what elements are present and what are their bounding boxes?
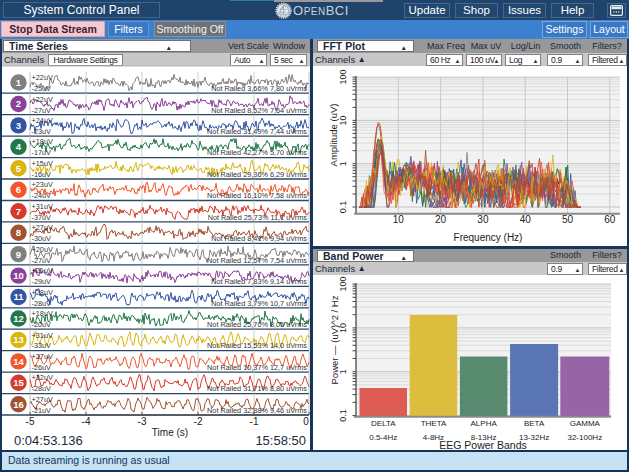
svg-text:40: 40 xyxy=(520,214,532,225)
svg-text:Not Railed 3,66% 7,80 uVrms: Not Railed 3,66% 7,80 uVrms xyxy=(211,84,307,93)
svg-text:DELTA: DELTA xyxy=(371,419,396,428)
svg-text:Frequency (Hz): Frequency (Hz) xyxy=(454,232,523,243)
svg-text:-5: -5 xyxy=(26,416,35,427)
svg-text:-26uV: -26uV xyxy=(32,363,52,372)
svg-text:-21uV: -21uV xyxy=(32,406,52,415)
svg-text:+32uV: +32uV xyxy=(32,373,53,382)
svg-text:GAMMA: GAMMA xyxy=(570,419,601,428)
svg-text:-28uV: -28uV xyxy=(32,299,52,308)
svg-text:+22uV: +22uV xyxy=(32,73,53,82)
svg-text:-28uV: -28uV xyxy=(32,384,52,393)
svg-text:-27uV: -27uV xyxy=(32,256,52,265)
svg-text:Not Railed 8,41% 9,94 uVrms: Not Railed 8,41% 9,94 uVrms xyxy=(211,234,307,243)
svg-text:Not Railed 16,10% 7,58 uVrms: Not Railed 16,10% 7,58 uVrms xyxy=(207,191,307,200)
svg-text:32-100Hz: 32-100Hz xyxy=(567,433,602,442)
svg-text:2: 2 xyxy=(16,98,21,109)
svg-text:BETA: BETA xyxy=(524,419,545,428)
svg-text:Not Railed 3,79% 10,7 uVrms: Not Railed 3,79% 10,7 uVrms xyxy=(211,299,307,308)
svg-text:+23uV: +23uV xyxy=(32,180,53,189)
svg-text:20: 20 xyxy=(435,214,447,225)
svg-text:4: 4 xyxy=(16,141,22,152)
svg-text:Not Railed 7,83% 9,14 uVrms: Not Railed 7,83% 9,14 uVrms xyxy=(211,277,307,286)
svg-text:+27uV: +27uV xyxy=(32,352,53,361)
svg-text:+28uV: +28uV xyxy=(32,288,53,297)
svg-text:+15uV: +15uV xyxy=(32,159,53,168)
svg-text:+18uV: +18uV xyxy=(32,137,53,146)
svg-text:-25uV: -25uV xyxy=(32,84,52,93)
svg-text:Not Railed 31,49% 7,44 uVrms: Not Railed 31,49% 7,44 uVrms xyxy=(207,127,307,136)
svg-text:Not Railed 10,37% 12,7 uVrms: Not Railed 10,37% 12,7 uVrms xyxy=(207,363,307,372)
svg-text:Time (s): Time (s) xyxy=(152,427,188,438)
svg-text:-3: -3 xyxy=(138,416,147,427)
svg-text:0.5-4Hz: 0.5-4Hz xyxy=(369,433,397,442)
svg-text:Not Railed 25,70% 8,05 uVrms: Not Railed 25,70% 8,05 uVrms xyxy=(207,320,307,329)
svg-text:0: 0 xyxy=(303,416,309,427)
svg-text:-24uV: -24uV xyxy=(32,191,52,200)
svg-text:THETA: THETA xyxy=(421,419,447,428)
svg-text:-30uV: -30uV xyxy=(32,234,52,243)
svg-text:1: 1 xyxy=(16,77,22,88)
svg-text:+27uV: +27uV xyxy=(32,395,53,404)
svg-text:-37uV: -37uV xyxy=(32,213,52,222)
svg-text:-16uV: -16uV xyxy=(32,170,52,179)
svg-text:5: 5 xyxy=(16,163,22,174)
svg-text:10: 10 xyxy=(393,214,405,225)
svg-text:1: 1 xyxy=(338,161,348,166)
svg-text:13: 13 xyxy=(13,334,24,345)
svg-text:Not Railed 12,57% 7,54 uVrms: Not Railed 12,57% 7,54 uVrms xyxy=(207,256,307,265)
svg-text:100: 100 xyxy=(338,70,348,85)
svg-text:Amplitude (uV): Amplitude (uV) xyxy=(328,104,339,167)
svg-text:+31uV: +31uV xyxy=(32,202,53,211)
svg-text:ALPHA: ALPHA xyxy=(471,419,498,428)
svg-text:6: 6 xyxy=(16,184,21,195)
svg-text:+27uV: +27uV xyxy=(32,223,53,232)
svg-text:50: 50 xyxy=(562,214,574,225)
svg-text:8: 8 xyxy=(16,227,21,238)
svg-text:Not Railed 42,27% 5,70 uVrms: Not Railed 42,27% 5,70 uVrms xyxy=(207,148,307,157)
svg-text:3: 3 xyxy=(16,120,21,131)
svg-text:0.1: 0.1 xyxy=(338,201,348,214)
svg-text:Not Railed 31,71% 8,80 uVrms: Not Railed 31,71% 8,80 uVrms xyxy=(207,384,307,393)
svg-text:-20uV: -20uV xyxy=(32,320,52,329)
svg-text:100: 100 xyxy=(338,277,348,292)
svg-text:11: 11 xyxy=(13,291,24,302)
svg-text:-23uV: -23uV xyxy=(32,127,52,136)
svg-text:60: 60 xyxy=(604,214,616,225)
svg-text:15: 15 xyxy=(13,377,24,388)
svg-text:+24uV: +24uV xyxy=(32,116,53,125)
svg-text:0.1: 0.1 xyxy=(338,409,348,422)
svg-text:+31uV: +31uV xyxy=(32,331,53,340)
svg-text:10: 10 xyxy=(338,115,348,125)
svg-text:14: 14 xyxy=(13,356,24,367)
svg-text:Not Railed 29,36% 6,29 uVrms: Not Railed 29,36% 6,29 uVrms xyxy=(207,170,307,179)
svg-text:Not Railed 25,73% 11,1 uVrms: Not Railed 25,73% 11,1 uVrms xyxy=(208,213,308,222)
svg-text:-1: -1 xyxy=(250,416,259,427)
svg-text:12: 12 xyxy=(13,313,24,324)
svg-text:Not Railed 32,88% 9,46 uVrms: Not Railed 32,88% 9,46 uVrms xyxy=(207,406,307,415)
svg-text:-29uV: -29uV xyxy=(32,277,52,286)
svg-text:9: 9 xyxy=(16,249,21,260)
svg-text:30: 30 xyxy=(477,214,489,225)
svg-text:-4: -4 xyxy=(82,416,91,427)
svg-text:-33uV: -33uV xyxy=(32,341,52,350)
svg-text:Not Railed 8,52% 7,64 uVrms: Not Railed 8,52% 7,64 uVrms xyxy=(211,106,307,115)
svg-text:+21uV: +21uV xyxy=(32,266,53,275)
svg-text:7: 7 xyxy=(16,206,21,217)
svg-text:16: 16 xyxy=(13,399,24,410)
svg-text:+18uV: +18uV xyxy=(32,309,53,318)
svg-text:+20uV: +20uV xyxy=(32,245,53,254)
svg-text:-17uV: -17uV xyxy=(32,148,52,157)
svg-text:-2: -2 xyxy=(194,416,203,427)
svg-text:Power — (uV)^2 / Hz: Power — (uV)^2 / Hz xyxy=(329,295,340,384)
svg-text:Not Railed 15,53% 14,0 uVrms: Not Railed 15,53% 14,0 uVrms xyxy=(207,341,307,350)
svg-text:10: 10 xyxy=(13,270,24,281)
svg-text:-27uV: -27uV xyxy=(32,106,52,115)
svg-text:+22uV: +22uV xyxy=(32,95,53,104)
